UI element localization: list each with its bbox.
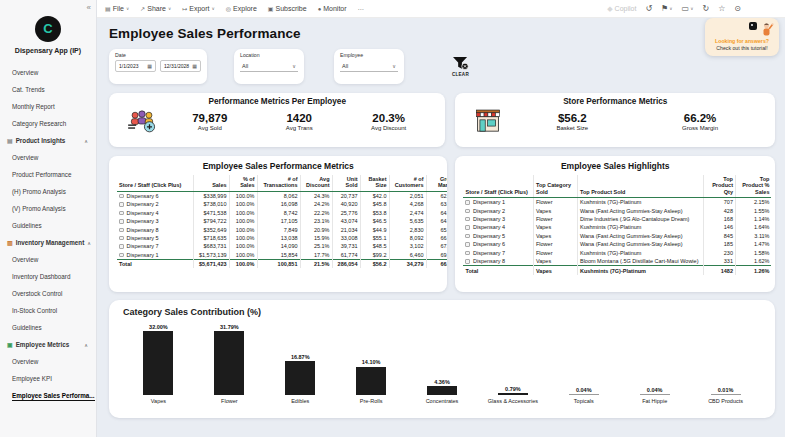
expand-toggle-icon[interactable] <box>465 225 470 230</box>
tutorial-popup[interactable]: Looking for answers? Check out this tuto… <box>705 18 779 56</box>
column-header[interactable]: Basket Size <box>360 175 389 191</box>
refresh-icon[interactable]: ↻ <box>702 4 709 13</box>
column-header[interactable]: # of Customers <box>389 175 426 191</box>
menu-item-share[interactable]: ↗Share∨ <box>140 5 171 12</box>
table-row[interactable]: Dispensary 8VapesBloom Montana (.5G Dist… <box>463 257 771 266</box>
table-row[interactable]: Dispensary 1$1,573,139100.0%15,85417.7%6… <box>117 251 447 260</box>
column-header[interactable]: Store / Staff (Click Plus) <box>463 175 533 197</box>
sidebar-item-overview[interactable]: Overview <box>0 353 96 370</box>
reset-icon[interactable]: ↺ <box>645 4 652 13</box>
table-row[interactable]: Total$5,671,423100.0%100,85121.5%286,054… <box>117 260 447 269</box>
table-row[interactable]: Dispensary 8$352,649100.0%7,84920.9%21,0… <box>117 225 447 233</box>
sidebar-item-in-stock-control[interactable]: In-Stock Control <box>0 302 96 319</box>
expand-toggle-icon[interactable] <box>119 219 124 224</box>
column-header[interactable]: Sales <box>193 175 229 191</box>
calendar-icon[interactable]: ▦ <box>147 63 152 69</box>
bar-edibles[interactable]: 16.87%Edibles <box>265 319 336 405</box>
sidebar-section-product-insights[interactable]: ▤Product Insights∧ <box>0 132 96 149</box>
sidebar-section-employee-metrics[interactable]: ▣Employee Metrics∧ <box>0 336 96 353</box>
menu-item-monitor[interactable]: ●Monitor <box>318 5 347 12</box>
table-row[interactable]: Dispensary 3$794,722100.0%17,10523.1%43,… <box>117 217 447 225</box>
column-header[interactable]: Top Product Sold <box>577 175 703 197</box>
column-header[interactable]: Top Product Qty <box>703 175 735 197</box>
bar-fat-hippie[interactable]: 0.04%Fat Hippie <box>619 319 690 405</box>
sidebar-item-v-promo-analysis[interactable]: (V) Promo Analysis <box>0 200 96 217</box>
sidebar-item-employee-kpi[interactable]: Employee KPI <box>0 370 96 387</box>
column-header[interactable]: Avg Discount <box>300 175 332 191</box>
expand-toggle-icon[interactable] <box>119 194 124 199</box>
sidebar-item-overview[interactable]: Overview <box>0 64 96 81</box>
table-row[interactable]: Dispensary 6FlowerWana (Fast Acting Gumm… <box>463 240 771 248</box>
bar-concentrates[interactable]: 4.36%Concentrates <box>407 319 478 405</box>
column-header[interactable]: % of Sales <box>229 175 257 191</box>
expand-toggle-icon[interactable] <box>465 217 470 222</box>
clear-filters-button[interactable]: CLEAR <box>452 49 469 84</box>
calendar-icon[interactable]: ▦ <box>192 63 197 69</box>
column-header[interactable]: Top Product % Sales <box>735 175 771 197</box>
bar-cbd-products[interactable]: 0.01%CBD Products <box>690 319 761 405</box>
table-row[interactable]: Dispensary 5VapesWana (Fast Acting Gummi… <box>463 232 771 240</box>
expand-toggle-icon[interactable] <box>119 211 124 216</box>
sidebar-item-overstock-control[interactable]: Overstock Control <box>0 285 96 302</box>
date-from-input[interactable]: 1/1/2023 ▦ <box>115 60 156 72</box>
date-to-input[interactable]: 12/31/2028 ▦ <box>160 60 201 72</box>
copilot-button[interactable]: ◆ Copilot <box>607 5 636 13</box>
expand-toggle-icon[interactable] <box>119 244 124 249</box>
favorite-icon[interactable]: ☆ <box>718 4 725 13</box>
table-row[interactable]: Dispensary 6$338,999100.0%8,06224.3%20,7… <box>117 191 447 200</box>
sidebar-item-guidelines[interactable]: Guidelines <box>0 217 96 234</box>
sidebar-item-overview[interactable]: Overview <box>0 251 96 268</box>
table-row[interactable]: Dispensary 4$471,538100.0%8,74222.2%25,7… <box>117 208 447 216</box>
table-row[interactable]: TotalVapesKushmints (7G)-Platinum14821.2… <box>463 266 771 275</box>
column-header[interactable]: Top Category Sold <box>533 175 577 197</box>
bar-vapes[interactable]: 32.00%Vapes <box>123 319 194 405</box>
table-row[interactable]: Dispensary 4VapesKushmints (7G)-Platinum… <box>463 223 771 231</box>
expand-toggle-icon[interactable] <box>119 202 124 207</box>
bar-topicals[interactable]: 0.04%Topicals <box>548 319 619 405</box>
sidebar-item-h-promo-analysis[interactable]: (H) Promo Analysis <box>0 183 96 200</box>
view-icon[interactable]: ▭∨ <box>682 4 694 13</box>
menu-item-explore[interactable]: ◎Explore <box>226 5 257 12</box>
zoom-icon[interactable]: ⊙ <box>734 4 741 13</box>
menu-item-file[interactable]: ▤File∨ <box>105 5 129 12</box>
table-row[interactable]: Dispensary 7$683,731100.0%14,09025.1%39,… <box>117 242 447 250</box>
employee-dropdown[interactable]: All ∨ <box>340 60 398 72</box>
sidebar-collapse-icon[interactable]: « <box>87 3 91 12</box>
expand-toggle-icon[interactable] <box>465 200 470 205</box>
table-row[interactable]: Dispensary 3FlowerDime Industries (.9G A… <box>463 215 771 223</box>
sidebar-item-product-performance[interactable]: Product Performance <box>0 166 96 183</box>
sidebar-item-category-research[interactable]: Category Research <box>0 115 96 132</box>
table-row[interactable]: Dispensary 7FlowerKushmints (7G)-Platinu… <box>463 248 771 256</box>
menu-item-export[interactable]: ↦Export∨ <box>182 5 215 12</box>
expand-toggle-icon[interactable] <box>119 253 124 258</box>
column-header[interactable]: Gross Margin <box>426 175 447 191</box>
column-header[interactable]: Store / Staff (Click Plus) <box>117 175 193 191</box>
expand-toggle-icon[interactable] <box>465 234 470 239</box>
menu-item-more[interactable]: ⋯ <box>358 5 364 12</box>
table-row[interactable]: Dispensary 2$738,010100.0%16,09824.2%40,… <box>117 200 447 208</box>
column-header[interactable]: # of Transactions <box>257 175 300 191</box>
expand-toggle-icon[interactable] <box>465 251 470 256</box>
expand-toggle-icon[interactable] <box>465 242 470 247</box>
expand-toggle-icon[interactable] <box>119 236 124 241</box>
expand-toggle-icon[interactable] <box>465 259 470 264</box>
bar-pre-rolls[interactable]: 14.10%Pre-Rolls <box>336 319 407 405</box>
bookmark-icon[interactable]: ⚑∨ <box>661 4 672 13</box>
sidebar-item-employee-sales-performa[interactable]: Employee Sales Performa... <box>0 387 96 406</box>
table-row[interactable]: Dispensary 2VapesWana (Fast Acting Gummi… <box>463 206 771 214</box>
menu-item-subscribe[interactable]: ▣Subscribe <box>268 5 307 12</box>
column-header[interactable]: Unit Sold <box>332 175 360 191</box>
sidebar-section-inventory-management[interactable]: ▥Inventory Management∧ <box>0 234 96 251</box>
bar-flower[interactable]: 31.79%Flower <box>194 319 265 405</box>
table-row[interactable]: Dispensary 1FlowerKushmints (7G)-Platinu… <box>463 197 771 206</box>
sidebar-item-overview[interactable]: Overview <box>0 149 96 166</box>
location-dropdown[interactable]: All ∨ <box>240 60 298 72</box>
expand-toggle-icon[interactable] <box>465 209 470 214</box>
sidebar-item-inventory-dashboard[interactable]: Inventory Dashboard <box>0 268 96 285</box>
sidebar-item-monthly-report[interactable]: Monthly Report <box>0 98 96 115</box>
expand-toggle-icon[interactable] <box>119 228 124 233</box>
bar-glass-accessories[interactable]: 0.79%Glass & Accessories <box>477 319 548 405</box>
table-row[interactable]: Dispensary 5$718,635100.0%13,03815.9%33,… <box>117 234 447 242</box>
sidebar-item-cat-trends[interactable]: Cat. Trends <box>0 81 96 98</box>
sidebar-item-guidelines[interactable]: Guidelines <box>0 319 96 336</box>
